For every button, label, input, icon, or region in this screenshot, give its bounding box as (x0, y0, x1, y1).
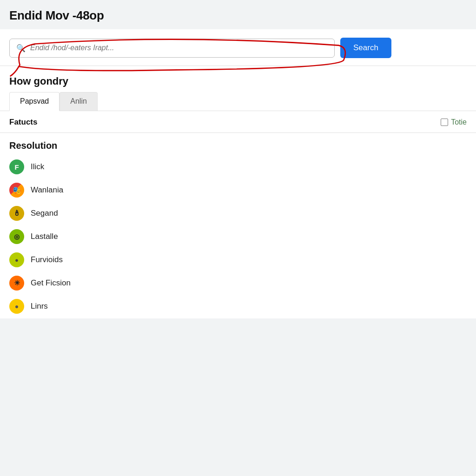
item-label-wanlania: Wanlania (31, 185, 63, 195)
item-icon-furvioids: ● (9, 252, 24, 267)
list-item[interactable]: 🎭 Wanlania (9, 183, 467, 198)
item-label-ilick: Ilick (31, 162, 44, 172)
item-icon-getficsion: ☀ (9, 276, 24, 291)
list-item[interactable]: ● Linrs (9, 299, 467, 314)
totie-checkbox[interactable] (441, 119, 448, 126)
item-label-lastalle: Lastalle (31, 232, 58, 241)
list-item[interactable]: ☀ Get Ficsion (9, 276, 467, 291)
resolution-title: Resolution (9, 140, 467, 151)
totie-container[interactable]: Totie (441, 118, 467, 126)
tab-anlin[interactable]: Anlin (60, 92, 98, 111)
resolution-list: F Ilick 🎭 Wanlania 🕯 Segand ◎ Lastalle ●… (9, 159, 467, 314)
item-icon-wanlania: 🎭 (9, 183, 24, 198)
item-icon-segand: 🕯 (9, 206, 24, 221)
list-item[interactable]: 🕯 Segand (9, 206, 467, 221)
resolution-section: Resolution F Ilick 🎭 Wanlania 🕯 Segand ◎… (0, 133, 476, 318)
totie-label: Totie (451, 118, 467, 126)
search-input[interactable] (30, 44, 328, 52)
item-icon-linrs: ● (9, 299, 24, 314)
tabs-container: Papsvad Anlin (0, 92, 476, 111)
search-button[interactable]: Search (340, 38, 391, 58)
search-icon: 🔍 (16, 44, 26, 53)
item-label-linrs: Linrs (31, 302, 48, 311)
fatucts-row: Fatucts Totie (0, 111, 476, 133)
list-item[interactable]: ● Furvioids (9, 252, 467, 267)
list-item[interactable]: F Ilick (9, 159, 467, 174)
item-label-segand: Segand (31, 209, 58, 218)
page-title: Endid Mov -48op (9, 8, 467, 23)
search-container: 🔍 (9, 39, 335, 58)
item-icon-lastalle: ◎ (9, 229, 24, 244)
section-title: How gondry (0, 66, 476, 92)
list-item[interactable]: ◎ Lastalle (9, 229, 467, 244)
item-label-furvioids: Furvioids (31, 255, 63, 264)
item-label-getficsion: Get Ficsion (31, 278, 71, 288)
fatucts-label: Fatucts (9, 118, 37, 127)
tab-papsvad[interactable]: Papsvad (9, 92, 60, 111)
item-icon-ilick: F (9, 159, 24, 174)
